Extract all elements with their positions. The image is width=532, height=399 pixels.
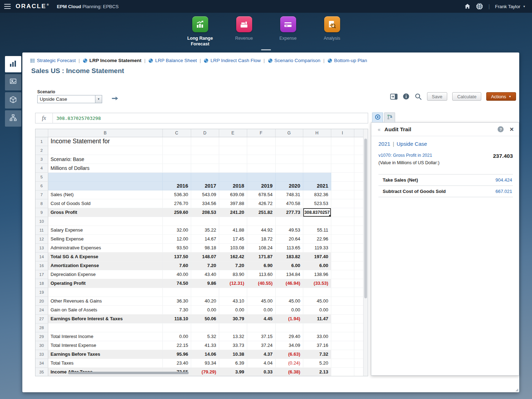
- value-cell[interactable]: 33.00: [303, 332, 331, 341]
- value-cell[interactable]: [303, 217, 331, 226]
- empty-cell[interactable]: [331, 164, 354, 172]
- value-cell[interactable]: 95.96: [162, 350, 191, 359]
- value-cell[interactable]: 23.40: [162, 359, 191, 367]
- value-cell[interactable]: 36.30: [162, 297, 191, 305]
- value-cell[interactable]: 50.06: [191, 314, 219, 323]
- close-icon[interactable]: ✕: [509, 126, 514, 133]
- empty-cell[interactable]: [331, 297, 354, 305]
- row-label-cell[interactable]: Cost of Goods Sold: [48, 199, 162, 208]
- value-cell[interactable]: 113.65: [275, 243, 303, 252]
- row-header[interactable]: 20: [35, 297, 48, 305]
- row-header[interactable]: 7: [35, 190, 48, 199]
- value-cell[interactable]: [275, 155, 303, 164]
- value-cell[interactable]: 241.20: [219, 208, 247, 217]
- row-header[interactable]: 3: [35, 155, 48, 164]
- audit-tab-target[interactable]: [372, 112, 383, 122]
- home-icon[interactable]: [464, 3, 471, 10]
- row-label-cell[interactable]: [48, 217, 162, 226]
- value-cell[interactable]: 183.82: [275, 252, 303, 261]
- fill-handle[interactable]: [329, 215, 331, 217]
- save-button[interactable]: Save: [427, 92, 448, 101]
- value-cell[interactable]: 2018: [219, 181, 247, 190]
- value-cell[interactable]: [303, 288, 331, 297]
- row-label-cell[interactable]: Total Interest Expense: [48, 341, 162, 350]
- value-cell[interactable]: 334.56: [191, 199, 219, 208]
- row-header[interactable]: 28: [35, 323, 48, 332]
- search-icon[interactable]: [415, 93, 422, 100]
- value-cell[interactable]: 41.33: [191, 341, 219, 350]
- row-label-cell[interactable]: Depreciation Expense: [48, 270, 162, 279]
- empty-cell[interactable]: [331, 172, 354, 181]
- value-cell[interactable]: 55.11: [303, 226, 331, 234]
- value-cell[interactable]: 2020: [275, 181, 303, 190]
- row-header[interactable]: 16: [35, 261, 48, 270]
- value-cell[interactable]: [247, 146, 275, 155]
- empty-cell[interactable]: [331, 155, 354, 164]
- globe-icon[interactable]: [476, 3, 483, 10]
- value-cell[interactable]: 134.84: [275, 270, 303, 279]
- column-header[interactable]: E: [219, 129, 247, 137]
- value-cell[interactable]: [162, 155, 191, 164]
- value-cell[interactable]: 7.20: [219, 261, 247, 270]
- value-cell[interactable]: 33.73: [219, 341, 247, 350]
- go-arrow-icon[interactable]: [111, 96, 119, 102]
- empty-cell[interactable]: [331, 314, 354, 323]
- value-cell[interactable]: 17.45: [219, 234, 247, 243]
- empty-cell[interactable]: [331, 359, 354, 367]
- value-cell[interactable]: 259.60: [162, 208, 191, 217]
- value-cell[interactable]: 35.22: [191, 226, 219, 234]
- value-cell[interactable]: [303, 323, 331, 332]
- value-cell[interactable]: 37.24: [247, 341, 275, 350]
- value-cell[interactable]: 22.15: [162, 341, 191, 350]
- row-header[interactable]: 17: [35, 270, 48, 279]
- value-cell[interactable]: 20.64: [275, 234, 303, 243]
- breadcrumb-item[interactable]: LRP Balance Sheet: [148, 58, 197, 63]
- value-cell[interactable]: 148.07: [191, 252, 219, 261]
- row-header[interactable]: 10: [35, 217, 48, 226]
- value-cell[interactable]: 5.20: [303, 359, 331, 367]
- row-label-cell[interactable]: Operating Profit: [48, 279, 162, 288]
- value-cell[interactable]: 45.00: [247, 297, 275, 305]
- row-label-cell[interactable]: Gain on Sale of Assets: [48, 305, 162, 314]
- formula-input[interactable]: 308.837025703298: [53, 113, 368, 123]
- value-cell[interactable]: 18.72: [247, 234, 275, 243]
- row-header[interactable]: 11: [35, 226, 48, 234]
- value-cell[interactable]: 0.00: [303, 305, 331, 314]
- value-cell[interactable]: 0.00: [219, 305, 247, 314]
- value-cell[interactable]: [162, 288, 191, 297]
- empty-cell[interactable]: [331, 199, 354, 208]
- value-cell[interactable]: 251.82: [247, 208, 275, 217]
- row-label-cell[interactable]: Earnings Before Interest & Taxes: [48, 314, 162, 323]
- row-header[interactable]: 30: [35, 341, 48, 350]
- value-cell[interactable]: 11.47: [303, 314, 331, 323]
- row-label-cell[interactable]: Amortization Expense: [48, 261, 162, 270]
- row-header[interactable]: 12: [35, 234, 48, 243]
- nav-tab-revenue[interactable]: Revenue: [225, 16, 263, 47]
- value-cell[interactable]: [247, 288, 275, 297]
- value-cell[interactable]: [275, 288, 303, 297]
- split-panel-icon[interactable]: [390, 93, 398, 100]
- value-cell[interactable]: 22.96: [303, 234, 331, 243]
- column-header[interactable]: B: [48, 129, 162, 137]
- value-cell[interactable]: [191, 323, 219, 332]
- value-cell[interactable]: (1.94): [275, 314, 303, 323]
- row-header[interactable]: 18: [35, 279, 48, 288]
- calculate-button[interactable]: Calculate: [452, 92, 481, 101]
- value-cell[interactable]: (6.38): [275, 367, 303, 376]
- value-cell[interactable]: 678.54: [247, 190, 275, 199]
- row-header[interactable]: 29: [35, 332, 48, 341]
- value-cell[interactable]: 14.06: [191, 350, 219, 359]
- column-header[interactable]: [354, 129, 364, 137]
- empty-cell[interactable]: [331, 350, 354, 359]
- value-cell[interactable]: (6.63): [275, 350, 303, 359]
- value-cell[interactable]: 32.00: [162, 226, 191, 234]
- value-cell[interactable]: 162.42: [219, 252, 247, 261]
- value-cell[interactable]: [191, 217, 219, 226]
- value-cell[interactable]: 197.40: [303, 252, 331, 261]
- scenario-select[interactable]: Upside Case ▼: [37, 95, 102, 103]
- row-label-cell[interactable]: Income Statement for: [48, 137, 162, 146]
- empty-cell[interactable]: [331, 305, 354, 314]
- value-cell[interactable]: (40.55): [247, 279, 275, 288]
- empty-cell[interactable]: [331, 332, 354, 341]
- row-header[interactable]: 4: [35, 164, 48, 172]
